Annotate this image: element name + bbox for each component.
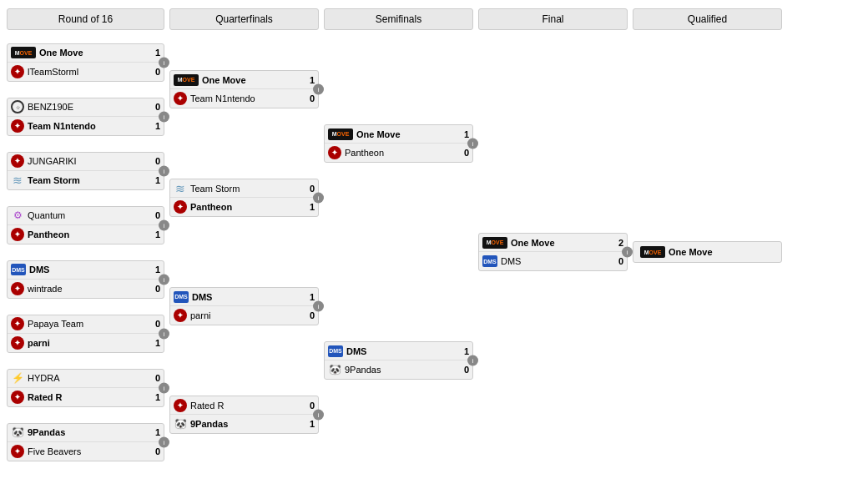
move-logo: MOVE <box>640 246 665 258</box>
team-score: 0 <box>150 373 160 383</box>
match-row: DMSDMS0 <box>479 252 627 270</box>
team-name: parni <box>28 338 147 348</box>
info-icon[interactable]: i <box>313 84 324 95</box>
team-score: 0 <box>150 446 160 456</box>
match-box: ✦Rated R0🐼9Pandas1i <box>169 396 319 434</box>
match-box: 🐼9Pandas1✦Five Beavers0i <box>7 423 164 461</box>
info-icon[interactable]: i <box>313 193 324 204</box>
column-body: MOVEOne Move1✦Team N1ntendo0i≋Team Storm… <box>169 35 319 496</box>
match-row: ✦JUNGARIKI0 <box>8 153 164 171</box>
info-icon[interactable]: i <box>622 247 633 258</box>
team-score: 0 <box>305 401 315 411</box>
team-score: 0 <box>459 148 469 158</box>
team-score: 0 <box>305 93 315 103</box>
qualified-team-name: One Move <box>669 247 713 257</box>
info-icon[interactable]: i <box>467 355 478 366</box>
team-score: 0 <box>150 67 160 77</box>
match-box: ⚡HYDRA0✦Rated R1i <box>7 369 164 407</box>
match-row: ✦Papaya Team0 <box>8 315 164 334</box>
team-name: One Move <box>511 238 610 248</box>
team-name: DMS <box>29 265 147 275</box>
team-name: JUNGARIKI <box>28 156 147 166</box>
info-icon[interactable]: i <box>313 301 324 312</box>
info-icon[interactable]: i <box>467 139 478 149</box>
match-row: DMSDMS1 <box>8 261 164 280</box>
round-column: QuarterfinalsMOVEOne Move1✦Team N1ntendo… <box>167 8 321 496</box>
team-name: lTeamStorml <box>28 67 147 77</box>
match-row: 🐼9Pandas1 <box>8 424 164 442</box>
dota-logo: ✦ <box>174 200 187 214</box>
match-row: ✦parni0 <box>170 306 318 325</box>
match-row: ✦Rated R1 <box>8 388 164 406</box>
team-name: DMS <box>192 292 301 302</box>
match-row: ✦Pantheon1 <box>8 225 164 244</box>
team-name: HYDRA <box>28 373 147 383</box>
round-header: Final <box>478 8 628 30</box>
team-name: Quantum <box>28 210 147 220</box>
round-header: Quarterfinals <box>169 8 319 30</box>
team-name: BENZ190E <box>28 102 147 112</box>
dota-logo: ✦ <box>11 317 24 330</box>
move-logo: MOVE <box>328 129 353 140</box>
info-icon[interactable]: i <box>159 382 169 393</box>
pandas-logo: 🐼 <box>328 363 341 376</box>
round-column: FinalMOVEOne Move2DMSDMS0i <box>476 8 630 496</box>
round-column: Round of 16MOVEOne Move1✦lTeamStorml0i☆B… <box>4 8 167 496</box>
info-icon[interactable]: i <box>313 410 324 421</box>
team-score: 0 <box>459 365 469 375</box>
team-name: Pantheon <box>345 148 456 158</box>
team-name: Five Beavers <box>28 446 147 456</box>
dota-logo: ✦ <box>174 92 187 105</box>
storm-logo: ≋ <box>11 174 24 187</box>
team-name: Pantheon <box>28 229 147 239</box>
hydra-logo: ⚡ <box>11 371 24 385</box>
match-box: ☆BENZ190E0✦Team N1ntendo1i <box>7 98 164 136</box>
team-score: 0 <box>305 310 315 320</box>
match-box: ≋Team Storm0✦Pantheon1i <box>169 179 319 217</box>
team-name: 9Pandas <box>190 419 301 429</box>
round-header: Semifinals <box>324 8 473 30</box>
match-box: MOVEOne Move1✦Team N1ntendo0i <box>169 70 319 108</box>
round-column: QualifiedMOVEOne Move <box>630 8 785 496</box>
match-row: ✦Pantheon1 <box>170 198 318 216</box>
info-icon[interactable]: i <box>159 274 169 285</box>
info-icon[interactable]: i <box>159 111 169 122</box>
match-box: MOVEOne Move1✦Pantheon0i <box>324 124 473 163</box>
match-row: ✦Pantheon0 <box>325 144 472 162</box>
team-name: wintrade <box>28 284 147 294</box>
info-icon[interactable]: i <box>159 219 169 230</box>
team-score: 1 <box>305 75 315 85</box>
dota-logo: ✦ <box>174 399 187 412</box>
bracket-container: Round of 16MOVEOne Move1✦lTeamStorml0i☆B… <box>0 0 868 504</box>
info-icon[interactable]: i <box>159 165 169 176</box>
dota-logo: ✦ <box>11 391 24 404</box>
storm-logo: ≋ <box>174 182 187 195</box>
team-score: 1 <box>305 202 315 212</box>
team-score: 0 <box>613 256 623 266</box>
match-row: DMSDMS1 <box>325 342 472 360</box>
team-score: 1 <box>150 427 160 437</box>
team-name: Rated R <box>190 401 301 411</box>
dota-logo: ✦ <box>11 228 24 241</box>
match-row: ✦wintrade0 <box>8 280 164 298</box>
team-score: 1 <box>459 346 469 356</box>
info-icon[interactable]: i <box>159 328 169 339</box>
dota-logo: ✦ <box>11 282 24 295</box>
column-body: MOVEOne Move1✦Pantheon0iDMSDMS1🐼9Pandas0… <box>324 35 473 496</box>
team-name: Team Storm <box>28 175 147 185</box>
info-icon[interactable]: i <box>159 57 169 68</box>
team-score: 0 <box>150 156 160 166</box>
dota-logo: ✦ <box>11 119 24 133</box>
dota-logo: ✦ <box>174 309 187 322</box>
team-name: One Move <box>202 75 301 85</box>
info-icon[interactable]: i <box>159 436 169 447</box>
team-score: 1 <box>305 419 315 429</box>
team-name: Pantheon <box>190 202 301 212</box>
match-box: DMSDMS1🐼9Pandas0i <box>324 341 473 380</box>
round-column: SemifinalsMOVEOne Move1✦Pantheon0iDMSDMS… <box>321 8 476 496</box>
team-score: 0 <box>305 184 315 194</box>
match-box: ✦JUNGARIKI0≋Team Storm1i <box>7 152 164 190</box>
match-row: DMSDMS1 <box>170 288 318 306</box>
quantum-logo: ⚙ <box>11 209 24 222</box>
team-score: 0 <box>150 284 160 294</box>
